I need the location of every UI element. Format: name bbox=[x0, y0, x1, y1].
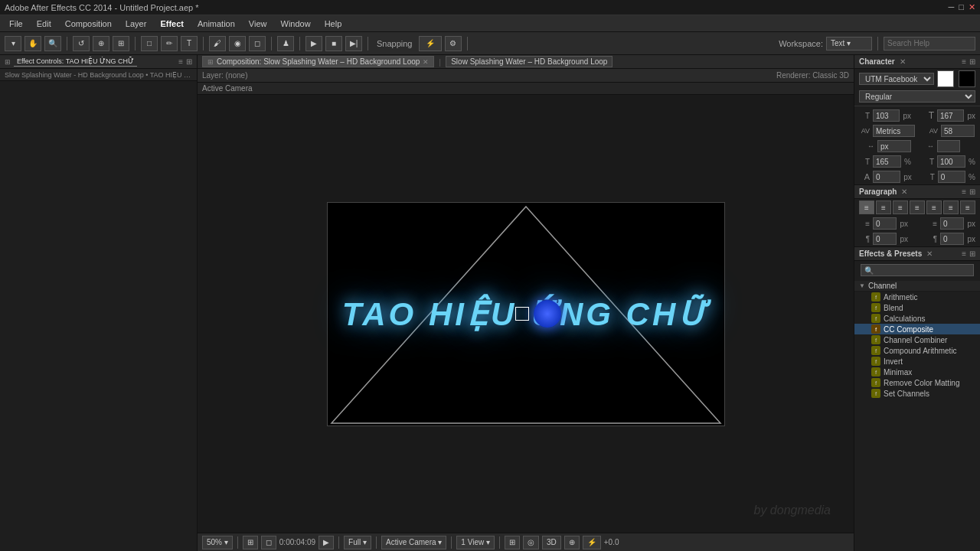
paragraph-panel-close[interactable]: ✕ bbox=[901, 187, 907, 196]
effects-panel-menu[interactable]: ⊞ bbox=[969, 249, 975, 258]
char-tsume-value[interactable]: 0 bbox=[938, 171, 965, 183]
paragraph-panel-menu[interactable]: ⊞ bbox=[969, 187, 975, 196]
character-panel-expand[interactable]: ≡ bbox=[962, 57, 966, 66]
effects-search-container bbox=[854, 261, 980, 279]
toolbar-pan-tool[interactable]: ⊞ bbox=[113, 36, 129, 51]
char-kern-value[interactable]: Metrics bbox=[873, 125, 915, 137]
menu-file[interactable]: File bbox=[3, 18, 29, 30]
toolbar-text-tool[interactable]: T bbox=[181, 36, 198, 51]
toolbar-zoom-tool[interactable]: 🔍 bbox=[44, 36, 61, 51]
toolbar-brush-tool[interactable]: 🖌 bbox=[209, 36, 226, 51]
viewer-canvas[interactable]: TAO HIỆU ỨNG CHỮ by dongmedia bbox=[198, 95, 854, 533]
para-align-right[interactable]: ≡ bbox=[893, 201, 908, 214]
effects-panel-close[interactable]: ✕ bbox=[926, 249, 933, 258]
viewer-tab-sep: | bbox=[439, 57, 441, 67]
char-style-select[interactable]: Regular bbox=[859, 90, 975, 103]
toolbar-stamp-tool[interactable]: ◉ bbox=[229, 36, 246, 51]
effect-minimax[interactable]: f Minimax bbox=[854, 367, 980, 377]
char-size-label: T bbox=[859, 112, 870, 120]
toolbar-selection-tool[interactable]: ▾ bbox=[5, 36, 21, 51]
channel-group-header[interactable]: ▼ Channel bbox=[854, 281, 980, 292]
effect-cc-composite[interactable]: f CC Composite bbox=[854, 324, 980, 334]
viewer-3d-btn[interactable]: 3D bbox=[542, 536, 561, 549]
minimize-btn[interactable]: ─ bbox=[949, 2, 955, 12]
para-align-center[interactable]: ≡ bbox=[876, 201, 891, 214]
effect-invert[interactable]: f Invert bbox=[854, 356, 980, 367]
para-indent-right-val[interactable]: 0 bbox=[940, 217, 964, 230]
effects-panel-expand[interactable]: ≡ bbox=[962, 249, 966, 258]
para-space-before-val[interactable]: 0 bbox=[873, 233, 897, 245]
toolbar-pen-tool[interactable]: ✏ bbox=[161, 36, 178, 51]
viewer-region-btn[interactable]: ◻ bbox=[261, 536, 276, 549]
char-height-value[interactable]: 167 bbox=[937, 109, 964, 122]
para-justify-all[interactable]: ≡ bbox=[960, 201, 975, 214]
paragraph-panel-expand[interactable]: ≡ bbox=[962, 187, 966, 196]
toolbar-mask-tool[interactable]: □ bbox=[141, 36, 158, 51]
viewer-overlay-btn[interactable]: ⊕ bbox=[564, 536, 580, 549]
character-panel-close[interactable]: ✕ bbox=[900, 57, 906, 66]
char-scalev-pct[interactable]: 100 bbox=[937, 155, 965, 168]
maximize-btn[interactable]: □ bbox=[959, 2, 964, 12]
para-space-after-val[interactable]: 0 bbox=[940, 233, 964, 245]
toolbar-orbit-tool[interactable]: ⊕ bbox=[93, 36, 109, 51]
menu-help[interactable]: Help bbox=[318, 18, 348, 30]
toolbar-eraser-tool[interactable]: ◻ bbox=[249, 36, 266, 51]
menu-window[interactable]: Window bbox=[275, 18, 317, 30]
menu-layer[interactable]: Layer bbox=[119, 18, 153, 30]
char-size-unit: px bbox=[903, 112, 911, 120]
toolbar-rotate-tool[interactable]: ↺ bbox=[73, 36, 90, 51]
menu-composition[interactable]: Composition bbox=[59, 18, 118, 30]
char-scale-h-value[interactable]: px bbox=[877, 140, 911, 152]
viewer-snap-btn[interactable]: ⚡ bbox=[583, 536, 601, 549]
effect-controls-tab[interactable]: Effect Controls: TAO HIỆU ỨNG CHỮ bbox=[14, 57, 137, 67]
char-fill-color[interactable] bbox=[937, 70, 954, 87]
viewer-tab-comp-close[interactable]: ✕ bbox=[423, 58, 429, 66]
viewer-grid-btn[interactable]: ⊞ bbox=[505, 536, 520, 549]
char-scale-v-value[interactable] bbox=[937, 140, 960, 152]
para-indent-left-val[interactable]: 0 bbox=[873, 217, 897, 230]
effect-channel-combiner[interactable]: f Channel Combiner bbox=[854, 334, 980, 345]
para-justify-right[interactable]: ≡ bbox=[943, 201, 959, 214]
menu-animation[interactable]: Animation bbox=[191, 18, 241, 30]
menu-effect[interactable]: Effect bbox=[154, 18, 190, 30]
char-stroke-color[interactable] bbox=[959, 70, 975, 87]
effect-arithmetic[interactable]: f Arithmetic bbox=[854, 292, 980, 302]
para-justify-left[interactable]: ≡ bbox=[910, 201, 925, 214]
effect-compound-arithmetic[interactable]: f Compound Arithmetic bbox=[854, 345, 980, 356]
effect-set-channels[interactable]: f Set Channels bbox=[854, 388, 980, 399]
para-align-left[interactable]: ≡ bbox=[859, 201, 874, 214]
toolbar-stop-btn[interactable]: ■ bbox=[325, 36, 342, 51]
effect-calculations[interactable]: f Calculations bbox=[854, 313, 980, 324]
effect-blend[interactable]: f Blend bbox=[854, 302, 980, 313]
effects-search-input[interactable] bbox=[861, 264, 974, 276]
workspace-select[interactable]: Text ▾ bbox=[826, 37, 872, 51]
panel-expand-btn[interactable]: ⊞ bbox=[186, 57, 192, 66]
toolbar-puppet-tool[interactable]: ♟ bbox=[277, 36, 294, 51]
search-help-input[interactable] bbox=[884, 37, 975, 51]
viewer-view-select[interactable]: 1 View ▾ bbox=[456, 536, 495, 549]
char-scaleh-pct[interactable]: 165 bbox=[873, 155, 901, 168]
char-size-value[interactable]: 103 bbox=[873, 109, 900, 122]
menu-view[interactable]: View bbox=[243, 18, 273, 30]
toolbar-play-btn[interactable]: ▶ bbox=[305, 36, 322, 51]
panel-menu-btn[interactable]: ≡ bbox=[178, 57, 183, 66]
viewer-camera-select[interactable]: Active Camera ▾ bbox=[381, 536, 446, 549]
para-justify-center[interactable]: ≡ bbox=[926, 201, 942, 214]
toolbar-forward-btn[interactable]: ▶| bbox=[345, 36, 362, 51]
char-font-select[interactable]: UTM Facebook bbox=[859, 73, 934, 85]
viewer-quality-select[interactable]: Full ▾ bbox=[344, 536, 371, 549]
toolbar-hand-tool[interactable]: ✋ bbox=[24, 36, 41, 51]
snapping-toggle[interactable]: ⚡ bbox=[419, 36, 442, 51]
char-baseline-value[interactable]: 0 bbox=[873, 171, 900, 183]
viewer-motion-blur-btn[interactable]: ◎ bbox=[523, 536, 539, 549]
snapping-options[interactable]: ⚙ bbox=[445, 36, 462, 51]
viewer-frame-btn[interactable]: ⊞ bbox=[243, 536, 258, 549]
char-tracking-value[interactable]: 58 bbox=[941, 125, 975, 137]
effect-remove-color-matting[interactable]: f Remove Color Matting bbox=[854, 377, 980, 388]
viewer-play-btn[interactable]: ▶ bbox=[318, 536, 334, 549]
menu-edit[interactable]: Edit bbox=[31, 18, 57, 30]
viewer-tab-composition[interactable]: ⊞ Composition: Slow Splashing Water – HD… bbox=[202, 56, 434, 67]
close-btn[interactable]: ✕ bbox=[969, 2, 975, 12]
viewer-zoom-btn[interactable]: 50% ▾ bbox=[202, 536, 233, 549]
character-panel-menu[interactable]: ⊞ bbox=[969, 57, 975, 66]
